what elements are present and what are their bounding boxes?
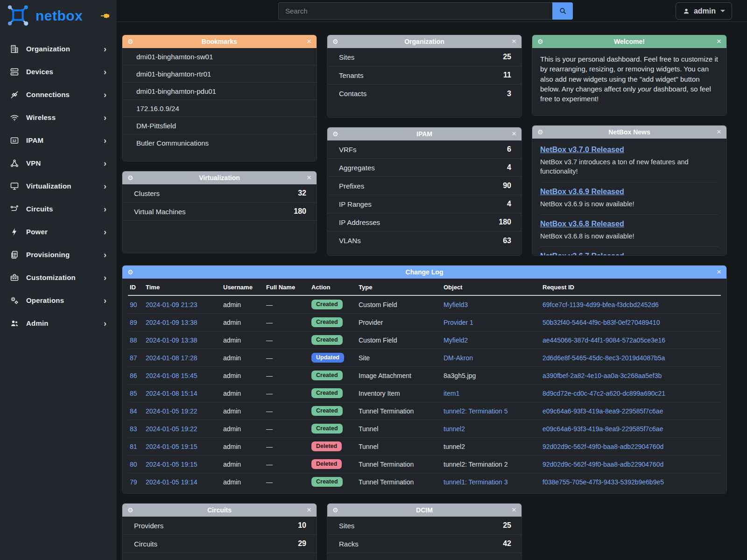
changelog-time-link[interactable]: 2024-01-09 13:38 [146, 336, 197, 344]
gear-icon[interactable]: ⚙ [537, 35, 543, 48]
changelog-id-link[interactable]: 90 [130, 301, 137, 308]
bookmark-item[interactable]: DM-Pittsfield [122, 117, 317, 134]
close-icon[interactable]: × [512, 504, 516, 517]
sidebar-item-customization[interactable]: Customization › [0, 266, 117, 289]
changelog-request-id-link[interactable]: 92d02d9c-562f-49f0-baa8-adb22904760d [543, 443, 663, 450]
user-menu-button[interactable]: admin [676, 2, 732, 20]
stat-row[interactable]: Clusters 32 [122, 184, 317, 203]
changelog-object-link[interactable]: Myfield2 [444, 336, 468, 344]
stat-row[interactable]: VLANs 63 [327, 231, 521, 250]
brand[interactable]: netbox [0, 0, 117, 31]
changelog-request-id-link[interactable]: 2d6d6e8f-5465-45dc-8ec3-2019d4087b5a [543, 354, 665, 362]
changelog-object-link[interactable]: tunnel2: Termination 5 [444, 407, 508, 415]
close-icon[interactable]: × [717, 35, 721, 48]
search-input[interactable] [278, 2, 552, 20]
changelog-request-id-link[interactable]: e09c64a6-93f3-419a-8ea9-229585f7c6ae [543, 407, 663, 415]
bookmark-item[interactable]: Butler Communications [122, 134, 317, 152]
stat-row[interactable]: Sites 25 [327, 48, 521, 66]
close-icon[interactable]: × [512, 35, 516, 48]
sidebar-item-wireless[interactable]: Wireless › [0, 106, 117, 129]
search-button[interactable] [552, 2, 573, 20]
news-headline-link[interactable]: NetBox v3.6.9 Released [540, 188, 624, 196]
stat-row[interactable]: VRFs 6 [327, 140, 521, 159]
changelog-object-link[interactable]: DM-Akron [444, 354, 473, 362]
changelog-request-id-link[interactable]: 92d02d9c-562f-49f0-baa8-adb22904760d [543, 461, 663, 468]
gear-icon[interactable]: ⚙ [537, 126, 543, 139]
bookmark-item[interactable]: dmi01-binghamton-sw01 [122, 48, 317, 65]
gear-icon[interactable]: ⚙ [127, 504, 134, 517]
changelog-request-id-link[interactable]: 50b32f40-5464-4f9c-b83f-0ef270489410 [543, 319, 660, 326]
news-headline-link[interactable]: NetBox v3.6.7 Released [540, 252, 624, 256]
changelog-time-link[interactable]: 2024-01-05 19:15 [146, 443, 197, 450]
sidebar-item-virtualization[interactable]: Virtualization › [0, 175, 117, 197]
news-headline-link[interactable]: NetBox v3.7.0 Released [540, 146, 624, 154]
changelog-request-id-link[interactable]: f038e755-705e-47f3-9433-5392b9e6b9e5 [543, 478, 664, 486]
changelog-object-link[interactable]: item1 [444, 390, 459, 397]
changelog-id-link[interactable]: 84 [130, 407, 137, 415]
sidebar-item-operations[interactable]: Operations › [0, 289, 117, 312]
close-icon[interactable]: × [307, 504, 311, 517]
changelog-id-link[interactable]: 79 [130, 478, 137, 486]
stat-row[interactable]: Providers 10 [122, 517, 317, 535]
bookmark-item[interactable]: dmi01-binghamton-rtr01 [122, 65, 317, 83]
sidebar-item-devices[interactable]: Devices › [0, 60, 117, 83]
changelog-time-link[interactable]: 2024-01-05 19:22 [146, 407, 197, 415]
close-icon[interactable]: × [717, 126, 721, 139]
sidebar-item-vpn[interactable]: VPN › [0, 152, 117, 175]
close-icon[interactable]: × [717, 266, 721, 279]
sidebar-item-connections[interactable]: Connections › [0, 83, 117, 106]
gear-icon[interactable]: ⚙ [332, 35, 338, 48]
sidebar-item-power[interactable]: Power › [0, 220, 117, 243]
stat-row[interactable]: Circuits 29 [122, 535, 317, 553]
close-icon[interactable]: × [307, 35, 311, 48]
changelog-time-link[interactable]: 2024-01-08 17:28 [146, 354, 197, 362]
stat-row[interactable]: IP Ranges 4 [327, 195, 521, 213]
close-icon[interactable]: × [307, 171, 311, 184]
news-headline-link[interactable]: NetBox v3.6.8 Released [540, 220, 624, 228]
changelog-time-link[interactable]: 2024-01-08 15:45 [146, 372, 197, 379]
changelog-id-link[interactable]: 80 [130, 461, 137, 468]
changelog-time-link[interactable]: 2024-01-09 13:38 [146, 319, 197, 326]
changelog-id-link[interactable]: 81 [130, 443, 137, 450]
changelog-object-link[interactable]: Provider 1 [444, 319, 473, 326]
changelog-time-link[interactable]: 2024-01-05 19:22 [146, 425, 197, 433]
stat-row[interactable]: Tenants 11 [327, 66, 521, 84]
close-icon[interactable]: × [512, 127, 516, 140]
changelog-request-id-link[interactable]: e09c64a6-93f3-419a-8ea9-229585f7c6ae [543, 425, 663, 433]
stat-row[interactable]: Prefixes 90 [327, 177, 521, 195]
changelog-object-link[interactable]: Myfield3 [444, 301, 468, 308]
changelog-object-link[interactable]: tunnel1: Termination 3 [444, 478, 508, 486]
changelog-id-link[interactable]: 87 [130, 354, 137, 362]
sidebar-item-admin[interactable]: Admin › [0, 312, 117, 335]
changelog-request-id-link[interactable]: a390fbef-2a82-4e10-aa0a-3c268aa5ef3b [543, 372, 662, 379]
changelog-request-id-link[interactable]: 69fce7cf-1139-4d99-bfea-f3dcbd2452d6 [543, 301, 659, 308]
changelog-id-link[interactable]: 86 [130, 372, 137, 379]
stat-row[interactable]: Sites 25 [327, 517, 521, 535]
gear-icon[interactable]: ⚙ [127, 35, 134, 48]
changelog-request-id-link[interactable]: ae445066-387d-44f1-9084-572a05ce3e16 [543, 336, 665, 344]
changelog-time-link[interactable]: 2024-01-05 19:14 [146, 478, 197, 486]
stat-row[interactable]: Aggregates 4 [327, 159, 521, 177]
changelog-request-id-link[interactable]: 8d9cd72e-cd0c-47c2-a620-dc899a690c21 [543, 390, 665, 397]
bookmark-item[interactable]: dmi01-binghamton-pdu01 [122, 83, 317, 100]
changelog-object-link[interactable]: tunnel2 [444, 425, 465, 433]
stat-row[interactable]: IP Addresses 180 [327, 213, 521, 231]
stat-row[interactable]: Racks 42 [327, 535, 521, 553]
changelog-time-link[interactable]: 2024-01-08 15:14 [146, 390, 197, 397]
gear-icon[interactable]: ⚙ [332, 127, 338, 140]
pin-icon[interactable] [100, 12, 110, 20]
gear-icon[interactable]: ⚙ [127, 266, 134, 279]
gear-icon[interactable]: ⚙ [332, 504, 338, 517]
sidebar-item-organization[interactable]: Organization › [0, 37, 117, 60]
changelog-time-link[interactable]: 2024-01-05 19:15 [146, 461, 197, 468]
changelog-time-link[interactable]: 2024-01-09 21:23 [146, 301, 197, 308]
stat-row[interactable]: Virtual Machines 180 [122, 203, 317, 221]
gear-icon[interactable]: ⚙ [127, 171, 134, 184]
changelog-id-link[interactable]: 89 [130, 319, 137, 326]
stat-row[interactable]: Contacts 3 [327, 84, 521, 103]
changelog-id-link[interactable]: 85 [130, 390, 137, 397]
sidebar-item-circuits[interactable]: Circuits › [0, 197, 117, 220]
sidebar-item-provisioning[interactable]: Provisioning › [0, 243, 117, 266]
bookmark-item[interactable]: 172.16.0.9/24 [122, 100, 317, 117]
sidebar-item-ipam[interactable]: 12 IPAM › [0, 129, 117, 152]
